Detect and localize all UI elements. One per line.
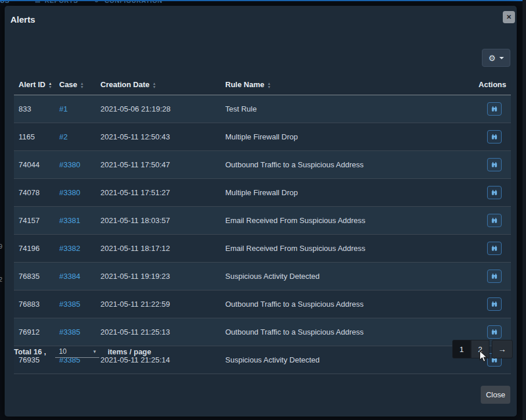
binoculars-icon [491, 106, 498, 113]
case-cell: #1 [55, 95, 96, 123]
sort-down-icon: ▼ [267, 85, 271, 89]
view-alert-button[interactable] [487, 214, 502, 227]
case-link[interactable]: #3382 [59, 244, 80, 253]
case-link[interactable]: #3380 [59, 188, 80, 197]
alerts-table: Alert ID▲▼ Case▲▼ Creation Date▲▼ Rule N… [14, 74, 511, 374]
rule-name-cell: Outbound Traffic to a Suspicious Address [221, 290, 474, 318]
creation-date-cell: 2021-05-11 17:51:27 [96, 179, 221, 207]
rule-name-cell: Test Rule [221, 95, 474, 123]
table-footer: Total 16 , 10 ▾ items / page [14, 342, 152, 361]
alert-id-cell: 74078 [14, 179, 55, 207]
table-row: 74157 #3381 2021-05-11 18:03:57 Email Re… [14, 207, 511, 235]
column-header-creation-date[interactable]: Creation Date▲▼ [96, 74, 221, 95]
grid-icon: ▤ [35, 1, 40, 3]
total-count-label: Total 16 , [14, 347, 46, 356]
column-header-label: Rule Name [225, 80, 264, 89]
alert-id-cell: 76883 [14, 290, 55, 318]
gear-icon: ⚙ [488, 53, 496, 63]
binoculars-icon [491, 329, 498, 336]
case-cell: #3384 [55, 263, 96, 290]
case-cell: #3380 [55, 179, 96, 207]
rule-name-cell: Suspicious Activity Detected [221, 263, 474, 290]
alert-id-cell: 833 [14, 95, 55, 123]
view-alert-button[interactable] [487, 325, 502, 339]
case-cell: #3381 [55, 207, 96, 235]
creation-date-cell: 2021-05-11 17:50:47 [96, 151, 221, 179]
binoculars-icon [491, 161, 498, 168]
case-link[interactable]: #2 [59, 132, 67, 141]
view-alert-button[interactable] [487, 297, 502, 311]
creation-date-cell: 2021-05-11 21:22:59 [96, 290, 221, 318]
binoculars-icon [491, 301, 498, 308]
case-cell: #2 [55, 123, 96, 151]
sort-icon: ▲▼ [80, 82, 84, 88]
sort-icon: ▲▼ [153, 82, 156, 88]
creation-date-cell: 2021-05-06 21:19:28 [96, 95, 221, 123]
gear-icon: ⚙ [94, 1, 99, 3]
nav-item-configuration[interactable]: CONFIGURATION [105, 1, 163, 4]
case-link[interactable]: #3381 [59, 216, 80, 225]
table-body: 833 #1 2021-05-06 21:19:28 Test Rule 116… [14, 95, 511, 374]
column-header-label: Actions [478, 80, 506, 89]
actions-cell [474, 235, 511, 263]
view-alert-button[interactable] [487, 270, 502, 283]
rule-name-cell: Multiple Firewall Drop [221, 123, 474, 151]
rule-name-cell: Multiple Firewall Drop [221, 179, 474, 207]
top-accent-line [0, 0, 526, 1]
table-row: 74196 #3382 2021-05-11 18:17:12 Email Re… [14, 235, 511, 263]
creation-date-cell: 2021-05-11 18:17:12 [96, 235, 221, 263]
arrow-right-icon: → [498, 344, 506, 354]
binoculars-icon [491, 217, 498, 224]
actions-cell [474, 207, 511, 235]
binoculars-icon [491, 273, 498, 280]
view-alert-button[interactable] [487, 158, 502, 171]
table-row: 76835 #3384 2021-05-11 19:19:23 Suspicio… [14, 263, 511, 290]
nav-item-reports[interactable]: REPORTS [45, 1, 78, 4]
header-row: Alert ID▲▼ Case▲▼ Creation Date▲▼ Rule N… [14, 74, 511, 95]
case-link[interactable]: #3385 [59, 300, 80, 308]
modal-close-icon[interactable]: ✕ [503, 11, 515, 23]
actions-cell [474, 263, 511, 290]
view-alert-button[interactable] [487, 130, 502, 143]
table-row: 1165 #2 2021-05-11 12:50:43 Multiple Fir… [14, 123, 511, 151]
case-link[interactable]: #3380 [59, 160, 80, 169]
creation-date-cell: 2021-05-11 19:19:23 [96, 263, 221, 290]
next-page-button[interactable]: → [492, 340, 513, 358]
column-header-actions: Actions [474, 74, 511, 95]
mouse-cursor [479, 350, 488, 363]
rule-name-cell: Outbound Traffic to a Suspicious Address [221, 318, 474, 346]
items-per-page-label: items / page [107, 347, 151, 356]
table-header: Alert ID▲▼ Case▲▼ Creation Date▲▼ Rule N… [14, 74, 511, 95]
items-per-page-select[interactable]: 10 ▾ [55, 346, 99, 358]
page-size-value: 10 [59, 347, 66, 356]
scrollbar[interactable] [523, 0, 526, 420]
column-header-alert-id[interactable]: Alert ID▲▼ [14, 74, 55, 95]
case-link[interactable]: #3385 [59, 328, 80, 336]
close-button[interactable]: Close [481, 386, 510, 404]
rule-name-cell: Outbound Traffic to a Suspicious Address [221, 151, 474, 179]
table-row: 76883 #3385 2021-05-11 21:22:59 Outbound… [14, 290, 511, 318]
page-button-1[interactable]: 1 [452, 340, 471, 358]
column-header-rule-name[interactable]: Rule Name▲▼ [221, 74, 474, 95]
column-header-label: Creation Date [100, 80, 150, 89]
table-row: 833 #1 2021-05-06 21:19:28 Test Rule [14, 95, 511, 123]
column-header-case[interactable]: Case▲▼ [55, 74, 96, 95]
view-alert-button[interactable] [487, 102, 502, 116]
actions-cell [474, 123, 511, 151]
case-cell: #3382 [55, 235, 96, 263]
settings-dropdown-button[interactable]: ⚙ [482, 49, 510, 67]
actions-cell [474, 151, 511, 179]
rule-name-cell: Email Received From Suspicious Address [221, 235, 474, 263]
view-alert-button[interactable] [487, 242, 502, 255]
alert-id-cell: 74196 [14, 235, 55, 263]
nav-item-fragment[interactable]: US [0, 1, 9, 4]
table-row: 74078 #3380 2021-05-11 17:51:27 Multiple… [14, 179, 511, 207]
binoculars-icon [491, 134, 498, 141]
case-cell: #3380 [55, 151, 96, 179]
column-header-label: Case [59, 80, 77, 89]
column-header-label: Alert ID [19, 80, 45, 89]
view-alert-button[interactable] [487, 186, 502, 199]
case-link[interactable]: #3384 [59, 272, 80, 281]
alert-id-cell: 76835 [14, 263, 55, 290]
case-link[interactable]: #1 [59, 105, 67, 113]
